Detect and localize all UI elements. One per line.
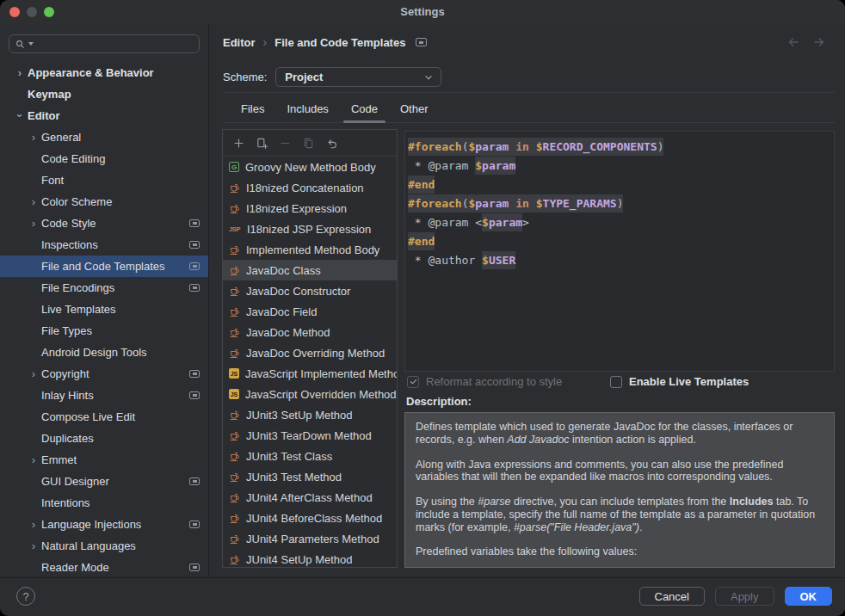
template-item-javascript-implemented-method[interactable]: JSJavaScript Implemented Method xyxy=(223,363,397,384)
sidebar-item-font[interactable]: Font xyxy=(0,169,208,191)
sidebar-item-editor[interactable]: ›Editor xyxy=(0,105,208,126)
sidebar-item-duplicates[interactable]: Duplicates xyxy=(0,428,208,449)
chevron-collapsed-icon[interactable]: › xyxy=(12,67,28,78)
chevron-collapsed-icon[interactable]: › xyxy=(26,218,41,229)
sidebar-item-label: Intentions xyxy=(41,496,89,509)
description-panel[interactable]: Defines template which used to generate … xyxy=(404,412,835,568)
template-editor[interactable]: #foreach($param in $RECORD_COMPONENTS) *… xyxy=(404,131,835,372)
template-item-i18nized-expression[interactable]: I18nized Expression xyxy=(223,198,397,219)
template-item-junit3-test-class[interactable]: JUnit3 Test Class xyxy=(223,446,397,466)
sidebar-item-code-style[interactable]: ›Code Style xyxy=(0,213,208,234)
template-item-i18nized-concatenation[interactable]: I18nized Concatenation xyxy=(223,177,397,198)
template-item-javadoc-constructor[interactable]: JavaDoc Constructor xyxy=(223,280,397,301)
help-button[interactable]: ? xyxy=(16,587,35,606)
template-item-implemented-method-body[interactable]: Implemented Method Body xyxy=(223,239,397,260)
reset-button[interactable] xyxy=(324,136,338,150)
breadcrumb-parent[interactable]: Editor xyxy=(223,36,256,49)
chevron-collapsed-icon[interactable]: › xyxy=(26,368,41,379)
sidebar-item-appearance-behavior[interactable]: ›Appearance & Behavior xyxy=(0,62,208,83)
forward-arrow-icon[interactable] xyxy=(812,35,826,49)
template-item-label: JavaDoc Overriding Method xyxy=(246,347,385,360)
template-item-groovy-new-method-body[interactable]: GGroovy New Method Body xyxy=(223,157,397,177)
sidebar-item-natural-languages[interactable]: ›Natural Languages xyxy=(0,535,208,557)
code-token xyxy=(529,138,536,156)
template-item-junit3-teardown-method[interactable]: JUnit3 TearDown Method xyxy=(223,425,397,446)
remove-button[interactable] xyxy=(278,136,292,150)
search-icon xyxy=(15,39,26,50)
template-item-junit4-parameters-method[interactable]: JUnit4 Parameters Method xyxy=(223,528,397,549)
template-list-toolbar xyxy=(223,130,397,157)
template-item-javascript-overridden-method[interactable]: JSJavaScript Overridden Method xyxy=(223,384,397,404)
template-item-javadoc-class[interactable]: JavaDoc Class xyxy=(223,260,397,280)
template-item-javadoc-method[interactable]: JavaDoc Method xyxy=(223,322,397,342)
chevron-collapsed-icon[interactable]: › xyxy=(26,540,41,551)
template-item-javadoc-field[interactable]: JavaDoc Field xyxy=(223,301,397,322)
code-token: #end xyxy=(408,176,435,194)
description-text: Add Javadoc xyxy=(507,434,569,446)
template-item-junit3-setup-method[interactable]: JUnit3 SetUp Method xyxy=(223,404,397,425)
code-token: $ xyxy=(536,194,543,213)
java-template-icon xyxy=(229,410,240,421)
sidebar-item-inlay-hints[interactable]: Inlay Hints xyxy=(0,385,208,406)
sidebar-item-reader-mode[interactable]: Reader Mode xyxy=(0,557,208,578)
add-icon xyxy=(232,137,245,150)
sidebar-item-emmet[interactable]: ›Emmet xyxy=(0,449,208,471)
sidebar-item-keymap[interactable]: Keymap xyxy=(0,83,208,105)
sidebar-item-live-templates[interactable]: Live Templates xyxy=(0,299,208,320)
sidebar-item-language-injections[interactable]: ›Language Injections xyxy=(0,514,208,535)
reformat-option: Reformat according to style xyxy=(407,375,562,388)
java-template-icon xyxy=(229,348,240,359)
cancel-button[interactable]: Cancel xyxy=(639,587,705,606)
chevron-collapsed-icon[interactable]: › xyxy=(26,454,41,465)
sidebar-item-compose-live-edit[interactable]: Compose Live Edit xyxy=(0,406,208,428)
sidebar-item-copyright[interactable]: ›Copyright xyxy=(0,363,208,385)
ok-button[interactable]: OK xyxy=(785,587,833,606)
sidebar-item-file-encodings[interactable]: File Encodings xyxy=(0,277,208,299)
sidebar-item-gui-designer[interactable]: GUI Designer xyxy=(0,471,208,492)
add-button[interactable] xyxy=(231,136,245,150)
sidebar-item-file-and-code-templates[interactable]: File and Code Templates xyxy=(0,256,208,277)
java-template-icon xyxy=(229,451,240,462)
reformat-checkbox[interactable] xyxy=(407,376,419,388)
breadcrumb-separator-icon: › xyxy=(263,35,268,49)
template-item-junit4-setup-method[interactable]: JUnit4 SetUp Method xyxy=(223,549,397,568)
chevron-collapsed-icon[interactable]: › xyxy=(26,196,41,207)
code-token: ) xyxy=(617,194,624,213)
settings-search-field[interactable] xyxy=(9,34,200,53)
create-from-template-button[interactable] xyxy=(255,136,268,150)
sidebar-item-android-design-tools[interactable]: Android Design Tools xyxy=(0,342,208,363)
template-item-label: Implemented Method Body xyxy=(246,243,379,256)
sidebar-item-label: Duplicates xyxy=(41,432,94,445)
chevron-expanded-icon[interactable]: › xyxy=(15,108,26,124)
chevron-collapsed-icon[interactable]: › xyxy=(26,519,41,530)
back-arrow-icon[interactable] xyxy=(786,35,800,49)
template-item-junit4-afterclass-method[interactable]: JUnit4 AfterClass Method xyxy=(223,487,397,508)
description-text: Along with Java expressions and comments… xyxy=(416,459,783,484)
template-item-javadoc-overriding-method[interactable]: JavaDoc Overriding Method xyxy=(223,342,397,363)
live-templates-checkbox[interactable] xyxy=(610,376,622,388)
sidebar-item-label: Copyright xyxy=(41,367,89,380)
sidebar-item-general[interactable]: ›General xyxy=(0,126,208,148)
template-item-junit3-test-method[interactable]: JUnit3 Test Method xyxy=(223,466,397,487)
tab-includes[interactable]: Includes xyxy=(275,95,339,122)
chevron-collapsed-icon[interactable]: › xyxy=(26,132,41,143)
tab-files[interactable]: Files xyxy=(230,95,275,122)
sidebar-item-inspections[interactable]: Inspections xyxy=(0,234,208,256)
scheme-select[interactable]: Project xyxy=(275,67,441,87)
tab-other[interactable]: Other xyxy=(389,95,440,122)
sidebar-item-color-scheme[interactable]: ›Color Scheme xyxy=(0,191,208,213)
live-templates-label: Enable Live Templates xyxy=(629,375,749,388)
search-input[interactable] xyxy=(36,37,194,51)
apply-button[interactable]: Apply xyxy=(715,587,774,606)
template-item-i18nized-jsp-expression[interactable]: JSPI18nized JSP Expression xyxy=(223,219,397,239)
template-item-junit4-beforeclass-method[interactable]: JUnit4 BeforeClass Method xyxy=(223,508,397,528)
sidebar-item-code-editing[interactable]: Code Editing xyxy=(0,148,208,169)
live-templates-option: Enable Live Templates xyxy=(610,375,749,388)
tab-code[interactable]: Code xyxy=(340,95,389,122)
scheme-label: Scheme: xyxy=(223,71,267,83)
sidebar-item-file-types[interactable]: File Types xyxy=(0,320,208,342)
template-item-label: JUnit3 TearDown Method xyxy=(246,429,372,442)
java-template-icon xyxy=(229,513,240,524)
sidebar-item-intentions[interactable]: Intentions xyxy=(0,492,208,514)
copy-button[interactable] xyxy=(301,136,315,150)
